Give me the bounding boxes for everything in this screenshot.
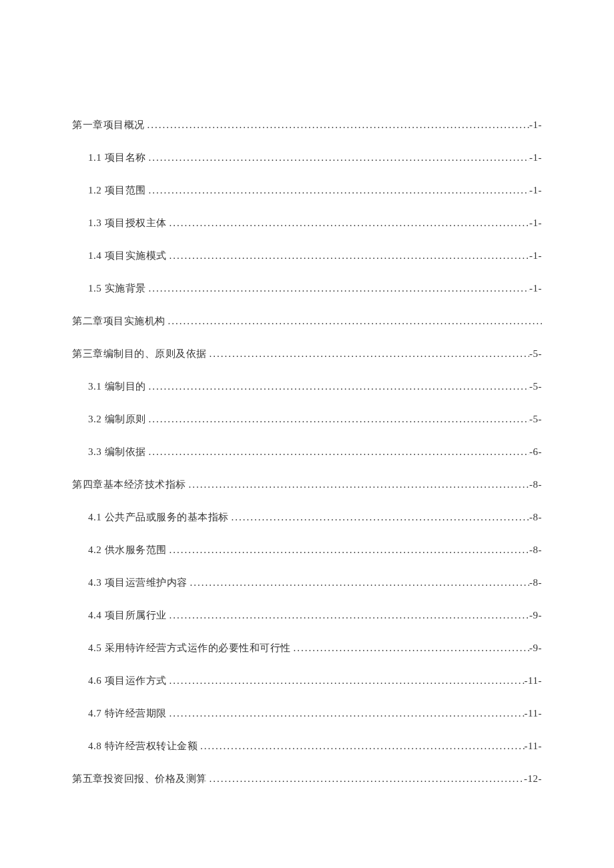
toc-label: 第一章项目概况: [72, 119, 145, 131]
toc-label: 第五章投资回报、价格及测算: [72, 773, 207, 785]
toc-page-number: -1-: [529, 185, 542, 196]
toc-page-number: -5-: [529, 348, 542, 360]
toc-leader-dots: [166, 316, 543, 327]
toc-label: 3.2 编制原则: [88, 413, 146, 426]
toc-leader-dots: [186, 479, 530, 490]
toc-entry: 4.5 采用特许经营方式运作的必要性和可行性-9-: [72, 642, 542, 655]
toc-entry: 第四章基本经济技术指标-8-: [72, 478, 542, 491]
toc-page-number: -11-: [525, 741, 542, 752]
toc-page-number: -1-: [529, 218, 542, 229]
toc-leader-dots: [167, 610, 530, 621]
toc-leader-dots: [167, 250, 530, 262]
table-of-contents: 第一章项目概况-1-1.1 项目名称-1-1.2 项目范围-1-1.3 项目授权…: [72, 119, 542, 785]
toc-leader-dots: [188, 577, 530, 588]
toc-page-number: -9-: [529, 610, 542, 621]
toc-label: 4.5 采用特许经营方式运作的必要性和可行性: [88, 642, 291, 655]
toc-page-number: -6-: [529, 446, 542, 458]
toc-label: 第三章编制目的、原则及依据: [72, 348, 207, 360]
toc-entry: 第一章项目概况-1-: [72, 119, 542, 131]
toc-entry: 第二章项目实施机构: [72, 315, 542, 328]
toc-leader-dots: [198, 741, 525, 752]
toc-entry: 1.1 项目名称-1-: [72, 151, 542, 164]
toc-entry: 4.7 特许经营期限-11-: [72, 707, 542, 720]
toc-leader-dots: [146, 446, 530, 458]
toc-leader-dots: [291, 642, 530, 654]
toc-entry: 4.4 项目所属行业-9-: [72, 609, 542, 622]
toc-entry: 3.3 编制依据-6-: [72, 446, 542, 458]
toc-label: 第二章项目实施机构: [72, 315, 166, 328]
toc-entry: 4.8 特许经营权转让金额-11-: [72, 740, 542, 753]
toc-page-number: -1-: [529, 250, 542, 262]
toc-leader-dots: [167, 675, 525, 687]
toc-leader-dots: [167, 218, 530, 229]
toc-page-number: -1-: [529, 119, 542, 131]
toc-leader-dots: [229, 512, 530, 523]
toc-leader-dots: [145, 119, 530, 131]
toc-entry: 第五章投资回报、价格及测算-12-: [72, 773, 542, 785]
toc-label: 1.1 项目名称: [88, 151, 146, 164]
toc-page-number: -5-: [529, 381, 542, 392]
toc-entry: 1.3 项目授权主体-1-: [72, 217, 542, 230]
toc-label: 4.1 公共产品或服务的基本指标: [88, 511, 229, 524]
toc-page-number: -8-: [529, 577, 542, 588]
toc-entry: 4.1 公共产品或服务的基本指标-8-: [72, 511, 542, 524]
toc-entry: 4.2 供水服务范围-8-: [72, 544, 542, 556]
toc-label: 4.7 特许经营期限: [88, 707, 167, 720]
toc-leader-dots: [207, 348, 530, 360]
toc-label: 第四章基本经济技术指标: [72, 478, 186, 491]
toc-label: 4.3 项目运营维护内容: [88, 576, 188, 589]
toc-page-number: -11-: [525, 675, 542, 687]
toc-page-number: -8-: [529, 479, 542, 490]
toc-page-number: -8-: [529, 512, 542, 523]
toc-leader-dots: [167, 708, 525, 719]
toc-entry: 4.6 项目运作方式-11-: [72, 675, 542, 687]
toc-label: 1.2 项目范围: [88, 184, 146, 197]
toc-leader-dots: [167, 544, 530, 556]
toc-page-number: -11-: [525, 708, 542, 719]
toc-leader-dots: [146, 185, 530, 196]
toc-page-number: -5-: [529, 414, 542, 425]
toc-page-number: -1-: [529, 152, 542, 163]
toc-label: 1.5 实施背景: [88, 282, 146, 295]
toc-label: 4.2 供水服务范围: [88, 544, 167, 556]
toc-page-number: -9-: [529, 642, 542, 654]
toc-label: 1.4 项目实施模式: [88, 250, 167, 262]
toc-label: 3.1 编制目的: [88, 380, 146, 393]
toc-page-number: -12-: [524, 773, 542, 785]
toc-label: 4.6 项目运作方式: [88, 675, 167, 687]
toc-leader-dots: [207, 773, 525, 785]
toc-leader-dots: [146, 283, 530, 294]
toc-entry: 4.3 项目运营维护内容-8-: [72, 576, 542, 589]
toc-label: 4.8 特许经营权转让金额: [88, 740, 198, 753]
toc-leader-dots: [146, 381, 530, 392]
toc-label: 1.3 项目授权主体: [88, 217, 167, 230]
toc-label: 3.3 编制依据: [88, 446, 146, 458]
toc-page-number: -8-: [529, 544, 542, 556]
toc-entry: 1.4 项目实施模式-1-: [72, 250, 542, 262]
toc-entry: 3.2 编制原则-5-: [72, 413, 542, 426]
toc-label: 4.4 项目所属行业: [88, 609, 167, 622]
toc-page-number: -1-: [529, 283, 542, 294]
toc-entry: 1.5 实施背景-1-: [72, 282, 542, 295]
toc-leader-dots: [146, 414, 530, 425]
toc-entry: 1.2 项目范围-1-: [72, 184, 542, 197]
toc-entry: 3.1 编制目的-5-: [72, 380, 542, 393]
toc-entry: 第三章编制目的、原则及依据-5-: [72, 348, 542, 360]
toc-leader-dots: [146, 152, 530, 163]
